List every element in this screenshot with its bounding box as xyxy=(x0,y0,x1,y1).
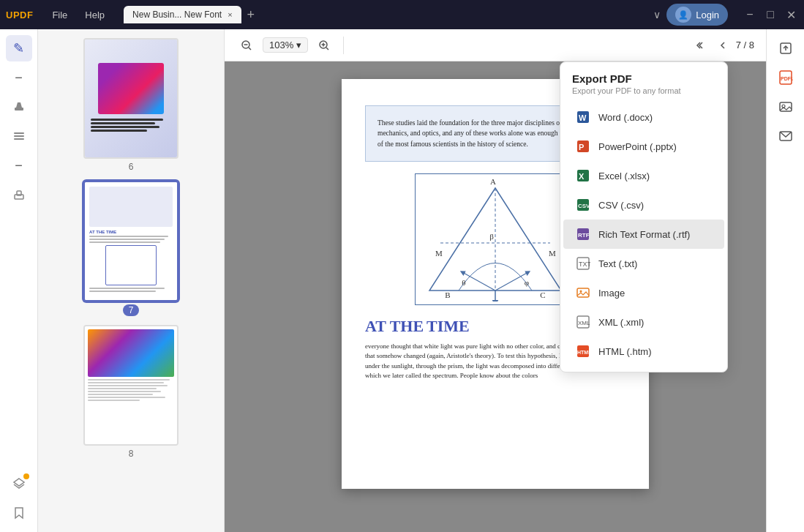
sidebar-icon-layers[interactable] xyxy=(6,471,32,497)
zoom-out-icon xyxy=(241,40,252,51)
svg-text:θ: θ xyxy=(462,278,465,287)
maximize-button[interactable]: □ xyxy=(763,7,778,22)
mail-icon xyxy=(778,130,793,143)
titlebar-menu: File Help xyxy=(45,7,112,23)
svg-text:HTML: HTML xyxy=(577,350,590,355)
app-logo: UPDF xyxy=(6,10,33,20)
menu-help[interactable]: Help xyxy=(78,7,112,23)
sidebar-right-mail[interactable] xyxy=(773,123,799,149)
svg-text:M: M xyxy=(549,249,556,258)
export-item-excel[interactable]: X Excel (.xlsx) xyxy=(563,161,724,190)
svg-text:A: A xyxy=(490,177,496,186)
nav-prev-icon xyxy=(717,40,729,51)
zoom-level: 103% xyxy=(269,40,293,50)
svg-text:RTF: RTF xyxy=(578,232,590,239)
chevron-down-icon[interactable]: ∨ xyxy=(653,9,661,20)
export-label-xml: XML (.xml) xyxy=(598,317,644,328)
export-label-powerpoint: PowerPoint (.pptx) xyxy=(598,141,677,152)
svg-point-43 xyxy=(580,291,582,293)
tab-add-button[interactable]: + xyxy=(241,7,261,23)
nav-prev-button[interactable] xyxy=(714,37,732,54)
menu-file[interactable]: File xyxy=(45,7,75,23)
thumb8-graphic xyxy=(88,329,174,377)
window-controls: − □ ✕ xyxy=(743,7,798,22)
thumbnail-page-7[interactable]: AT THE TIME 7 xyxy=(83,181,179,316)
minimize-button[interactable]: − xyxy=(743,7,757,22)
sidebar-icon-stamp[interactable] xyxy=(6,181,32,208)
export-item-html[interactable]: HTML HTML (.htm) xyxy=(563,337,724,366)
export-item-powerpoint[interactable]: P PowerPoint (.pptx) xyxy=(563,132,724,161)
export-item-image[interactable]: Image xyxy=(563,278,724,307)
svg-rect-4 xyxy=(14,138,24,140)
main-layout: ✎ − − xyxy=(0,29,804,532)
svg-line-19 xyxy=(462,272,495,291)
pdf-right-icon: PDF/A xyxy=(778,70,793,86)
svg-text:X: X xyxy=(579,172,585,181)
svg-text:φ: φ xyxy=(525,278,529,287)
close-button[interactable]: ✕ xyxy=(784,7,798,22)
html-icon: HTML xyxy=(575,343,591,359)
sidebar-right-imageicon[interactable] xyxy=(773,94,799,120)
nav-first-button[interactable] xyxy=(692,37,710,54)
export-label-rtf: Rich Text Format (.rtf) xyxy=(598,229,690,240)
active-tab[interactable]: New Busin... New Font × xyxy=(124,6,241,23)
sidebar-right-export[interactable] xyxy=(773,35,799,61)
thumb-page-label-8: 8 xyxy=(129,449,134,459)
thumbnail-image-7: AT THE TIME xyxy=(83,181,179,301)
export-item-text[interactable]: TXT Text (.txt) xyxy=(563,249,724,278)
zoom-out-button[interactable] xyxy=(236,35,257,56)
export-label-excel: Excel (.xlsx) xyxy=(598,171,650,181)
svg-text:PDF/A: PDF/A xyxy=(781,76,793,81)
sidebar-icon-edit[interactable]: ✎ xyxy=(6,35,32,61)
svg-text:XML: XML xyxy=(578,320,590,326)
xml-icon: XML xyxy=(575,314,591,330)
list-icon xyxy=(12,130,26,143)
tab-close-button[interactable]: × xyxy=(228,10,232,19)
sidebar-icon-minus2[interactable]: − xyxy=(6,152,32,179)
avatar: 👤 xyxy=(675,7,691,23)
zoom-display[interactable]: 103% ▾ xyxy=(263,37,308,53)
export-item-word[interactable]: W Word (.docx) xyxy=(563,102,724,132)
svg-text:CSV: CSV xyxy=(578,203,590,209)
thumbnail-page-6[interactable]: 6 xyxy=(83,38,179,172)
pdf-diagram: A β M M θ φ B C xyxy=(415,173,576,305)
export-label-image: Image xyxy=(598,288,625,299)
thumbnail-page-8[interactable]: 8 xyxy=(83,325,179,459)
svg-text:P: P xyxy=(579,143,584,151)
thumb8-text-lines xyxy=(88,379,174,441)
thumb-page-label-6: 6 xyxy=(129,162,134,172)
export-item-csv[interactable]: CSV CSV (.csv) xyxy=(563,190,724,220)
titlebar: UPDF File Help New Busin... New Font × +… xyxy=(0,0,804,29)
toolbar-divider xyxy=(343,37,344,54)
thumb7-lines xyxy=(89,236,173,293)
sidebar-icon-minus[interactable]: − xyxy=(6,64,32,91)
word-icon: W xyxy=(575,109,591,125)
tab-label: New Busin... New Font xyxy=(132,10,222,20)
sidebar-icon-bookmark[interactable] xyxy=(6,500,32,526)
svg-marker-8 xyxy=(15,508,23,518)
svg-marker-1 xyxy=(16,102,22,108)
svg-line-15 xyxy=(326,48,328,50)
export-label-html: HTML (.htm) xyxy=(598,346,651,357)
sidebar-left: ✎ − − xyxy=(0,29,38,532)
sidebar-icon-list[interactable] xyxy=(6,123,32,149)
thumbnails-panel[interactable]: 6 AT THE TIME 7 xyxy=(38,29,225,532)
export-right-icon xyxy=(778,41,793,56)
nav-first-icon xyxy=(695,40,707,51)
svg-text:C: C xyxy=(540,291,545,299)
page-navigation: 7 / 8 xyxy=(692,37,754,54)
diagram-svg: A β M M θ φ B C xyxy=(418,177,572,301)
pen-icon xyxy=(12,100,26,113)
zoom-in-button[interactable] xyxy=(314,35,334,56)
sidebar-right-pdficon[interactable]: PDF/A xyxy=(773,64,799,91)
sidebar-icon-highlight[interactable] xyxy=(6,94,32,120)
export-header: Export PDF Export your PDF to any format xyxy=(560,62,727,98)
export-item-rtf[interactable]: RTF Rich Text Format (.rtf) xyxy=(563,220,724,249)
export-item-xml[interactable]: XML XML (.xml) xyxy=(563,307,724,337)
login-button[interactable]: 👤 Login xyxy=(666,4,728,26)
csv-icon: CSV xyxy=(575,197,591,213)
export-subtitle: Export your PDF to any format xyxy=(572,86,715,95)
text-icon: TXT xyxy=(575,255,591,271)
excel-icon: X xyxy=(575,168,591,184)
thumbnail-image-8 xyxy=(83,325,179,446)
